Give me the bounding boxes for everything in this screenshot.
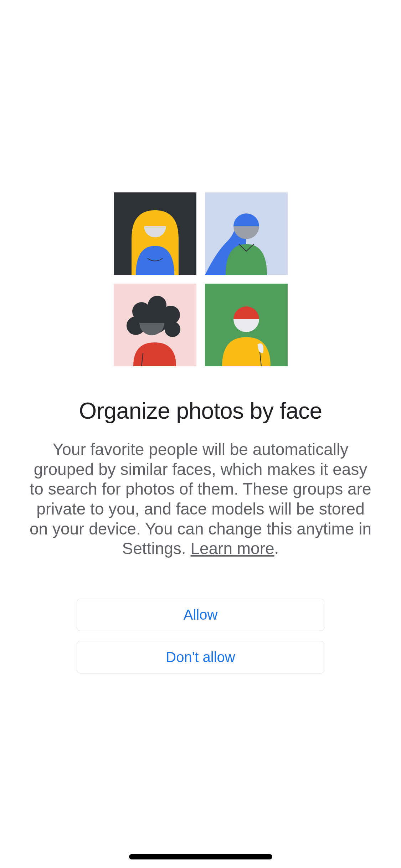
avatar-tile-3 (114, 284, 196, 366)
dont-allow-button[interactable]: Don't allow (77, 641, 324, 673)
home-indicator[interactable] (129, 854, 272, 859)
description-period: . (274, 539, 279, 558)
avatar-illustration-grid (114, 192, 288, 366)
button-group: Allow Don't allow (77, 599, 324, 673)
avatar-tile-1 (114, 192, 196, 275)
learn-more-link[interactable]: Learn more (190, 539, 274, 558)
page-title: Organize photos by face (79, 398, 322, 424)
avatar-tile-2 (205, 192, 288, 275)
permission-dialog: Organize photos by face Your favorite pe… (0, 0, 401, 673)
allow-button[interactable]: Allow (77, 599, 324, 631)
avatar-tile-4 (205, 284, 288, 366)
description-text: Your favorite people will be automatical… (0, 440, 401, 559)
